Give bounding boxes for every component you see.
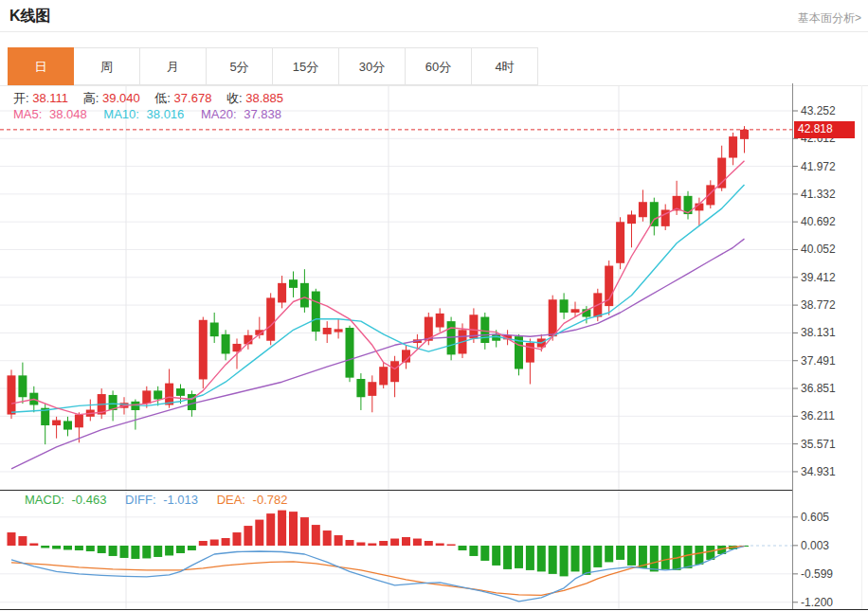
macd-hist-bar xyxy=(109,546,118,556)
tab-15min[interactable]: 15分 xyxy=(273,47,339,85)
macd-hist-bar xyxy=(210,540,219,546)
period-tabs: 日周月5分15分30分60分4时 xyxy=(8,47,538,85)
candle-body xyxy=(300,283,309,308)
ma-legend: MA5: 38.048 MA10: 38.016 MA20: 37.838 xyxy=(13,107,281,121)
macd-hist-bar xyxy=(593,546,602,567)
macd-hist-bar xyxy=(120,546,129,558)
macd-hist-bar xyxy=(560,546,569,576)
tab-60min[interactable]: 60分 xyxy=(406,47,472,85)
price-axis-label: 34.931 xyxy=(801,465,836,478)
ma20-label: MA20: xyxy=(201,107,237,121)
candle-body xyxy=(222,334,230,354)
macd-hist-bar xyxy=(41,546,49,548)
macd-hist-bar xyxy=(75,546,83,550)
macd-hist-bar xyxy=(695,546,703,565)
macd-axis-label: -1.200 xyxy=(801,596,833,609)
macd-hist-bar xyxy=(176,546,185,553)
open-label: 开: xyxy=(13,91,29,105)
ma10-value: 38.016 xyxy=(147,107,185,121)
candle-body xyxy=(142,390,151,404)
price-axis-label: 40.052 xyxy=(801,243,836,256)
macd-hist-bar xyxy=(165,546,173,555)
kline-page: K线图 基本面分析> 日周月5分15分30分60分4时 开: 38.111 高:… xyxy=(0,0,868,611)
candle-body xyxy=(266,297,275,340)
candle-body xyxy=(740,130,749,139)
tab-30min[interactable]: 30分 xyxy=(339,47,406,85)
macd-hist-bar xyxy=(515,546,523,568)
macd-legend: MACD: -0.463 DIFF: -1.013 DEA: -0.782 xyxy=(25,493,287,507)
candle-body xyxy=(616,222,624,262)
price-axis-label: 41.972 xyxy=(801,160,836,173)
macd-hist-bar xyxy=(52,546,61,548)
ma5-line xyxy=(11,161,745,415)
ma10-label: MA10: xyxy=(103,107,139,121)
macd-hist-bar xyxy=(368,544,376,546)
macd-hist-bar xyxy=(356,543,365,546)
diff-value: -1.013 xyxy=(163,493,198,507)
candle-body xyxy=(639,202,647,217)
price-axis-label: 38.772 xyxy=(801,298,836,312)
macd-hist-bar xyxy=(526,546,534,570)
candle-body xyxy=(18,375,27,397)
price-axis-label: 38.131 xyxy=(801,326,836,339)
open-value: 38.111 xyxy=(32,91,68,105)
candle-body xyxy=(8,375,16,414)
macd-hist-bar xyxy=(8,532,16,546)
tab-month[interactable]: 月 xyxy=(140,47,207,85)
fundamental-analysis-link[interactable]: 基本面分析> xyxy=(798,10,861,27)
candle-body xyxy=(52,421,61,425)
macd-hist-bar xyxy=(469,546,478,556)
macd-hist-bar xyxy=(222,538,230,546)
macd-hist-bar xyxy=(131,546,139,559)
price-axis-label: 43.252 xyxy=(801,104,836,117)
macd-hist-bar xyxy=(98,546,106,553)
macd-hist-bar xyxy=(582,546,590,575)
price-axis-label: 36.851 xyxy=(801,382,836,395)
macd-hist-bar xyxy=(627,546,636,566)
tab-day[interactable]: 日 xyxy=(8,47,74,85)
candle-body xyxy=(210,323,219,337)
macd-hist-bar xyxy=(402,537,410,546)
macd-hist-bar xyxy=(650,546,659,571)
candle-body xyxy=(75,415,83,428)
candle-body xyxy=(176,388,185,396)
macd-hist-bar xyxy=(244,526,252,546)
macd-hist-bar xyxy=(255,520,263,546)
macd-hist-bar xyxy=(447,545,456,546)
candle-body xyxy=(323,328,332,334)
candle-body xyxy=(390,361,399,382)
candle-body xyxy=(63,421,72,429)
macd-hist-bar xyxy=(571,546,580,571)
tab-week[interactable]: 周 xyxy=(74,47,140,85)
candle-body xyxy=(729,136,737,157)
candle-body xyxy=(480,317,489,343)
dea-label: DEA: xyxy=(217,493,245,507)
macd-hist-bar xyxy=(379,541,388,546)
macd-hist-bar xyxy=(346,540,354,546)
tab-5min[interactable]: 5分 xyxy=(207,47,273,85)
candle-body xyxy=(335,329,343,332)
macd-hist-bar xyxy=(537,546,546,571)
macd-hist-bar xyxy=(233,532,242,546)
macd-hist-bar xyxy=(549,546,557,574)
macd-hist-bar xyxy=(480,546,489,561)
macd-hist-bar xyxy=(335,535,343,546)
close-label: 收: xyxy=(226,91,243,105)
macd-hist-bar xyxy=(300,517,309,546)
macd-hist-bar xyxy=(605,546,613,562)
macd-value: -0.463 xyxy=(72,493,107,507)
macd-hist-bar xyxy=(188,546,196,550)
candle-body xyxy=(199,320,208,380)
macd-hist-bar xyxy=(63,546,72,549)
price-axis-label: 36.211 xyxy=(801,409,835,422)
candle-body xyxy=(312,292,320,332)
ohlc-legend: 开: 38.111 高: 39.040 低: 37.678 收: 38.885 xyxy=(13,90,295,107)
macd-hist-bar xyxy=(684,546,693,568)
macd-hist-bar xyxy=(18,536,27,546)
candle-body xyxy=(368,382,376,396)
tab-4hour[interactable]: 4时 xyxy=(472,47,538,85)
candle-body xyxy=(379,367,388,385)
candle-body xyxy=(571,309,580,313)
price-axis-label: 39.412 xyxy=(801,271,836,284)
macd-axis-label: 0.003 xyxy=(801,539,829,552)
